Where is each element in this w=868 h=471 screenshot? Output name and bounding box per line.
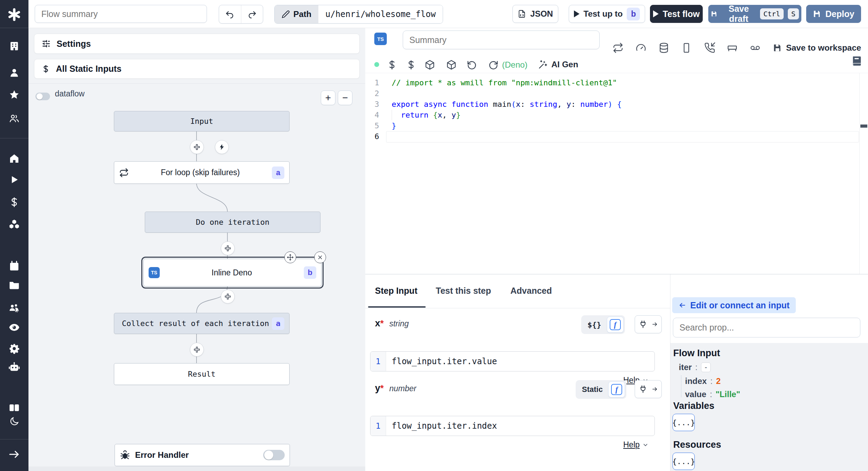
dollar-tool-icon[interactable]: [387, 60, 397, 70]
retry-icon[interactable]: [612, 42, 624, 53]
ai-gen-button[interactable]: AI Gen: [538, 60, 578, 69]
json-button[interactable]: JSON: [512, 5, 558, 23]
timeout-gauge-icon[interactable]: [635, 42, 646, 53]
graph-canvas: dataflow + − Input For loop (skip failu: [28, 83, 365, 471]
node-forloop[interactable]: For loop (skip failures) a: [114, 161, 290, 184]
deploy-button[interactable]: Deploy: [806, 5, 861, 23]
step-summary-input[interactable]: [403, 31, 600, 49]
y-input-mode-toggle[interactable]: Static f: [576, 380, 626, 399]
edit-or-connect-button[interactable]: Edit or connect an input: [672, 297, 796, 313]
settings-gear-icon[interactable]: [8, 343, 20, 354]
test-up-to-button[interactable]: Test up to b: [569, 5, 645, 23]
kbd-ctrl: Ctrl: [760, 8, 784, 19]
tab-advanced[interactable]: Advanced: [510, 286, 552, 296]
suspend-phone-icon[interactable]: [704, 42, 715, 53]
x-input-mode-toggle[interactable]: ${} f: [581, 315, 625, 334]
resources-object-button[interactable]: {...}: [673, 453, 695, 470]
flow-summary-input[interactable]: [35, 5, 207, 23]
docs-book-icon[interactable]: [8, 402, 20, 414]
windmill-logo-icon[interactable]: [7, 7, 22, 22]
add-step-button[interactable]: [190, 140, 204, 154]
save-to-workspace-button[interactable]: Save to workspace: [773, 43, 861, 53]
user-icon[interactable]: [8, 67, 20, 79]
add-step-button[interactable]: [221, 290, 235, 303]
move-step-button[interactable]: [284, 251, 296, 263]
schedules-calendar-icon[interactable]: [8, 260, 20, 272]
redo-button[interactable]: [241, 5, 263, 23]
mock-icon[interactable]: [681, 42, 692, 53]
workspace-icon[interactable]: [8, 40, 20, 52]
early-stop-voicemail-icon[interactable]: [750, 42, 761, 53]
delete-step-button[interactable]: [314, 251, 326, 263]
mode-javascript-option[interactable]: f: [607, 317, 624, 333]
x-connect-input-button[interactable]: [635, 315, 662, 333]
flow-graph-panel: Settings All Static Inputs dataflow + −: [28, 28, 366, 471]
expand-arrow-icon[interactable]: [8, 448, 20, 460]
sleep-bed-icon[interactable]: [727, 42, 738, 53]
tree-key[interactable]: iter: [679, 362, 692, 372]
play-icon: [653, 10, 659, 17]
runtime-selector[interactable]: (Deno): [488, 60, 527, 70]
sidebar-divider: [0, 138, 28, 138]
package-icon[interactable]: [446, 60, 457, 70]
x-expression-editor[interactable]: 1 flow_input.iter.value: [370, 351, 655, 371]
undo-button[interactable]: [219, 5, 241, 23]
y-connect-input-button[interactable]: [635, 380, 662, 398]
y-expression-value[interactable]: flow_input.iter.index: [386, 416, 654, 436]
path-field[interactable]: Path u/henri/wholesome_flow: [274, 5, 443, 24]
plus-icon: [224, 245, 231, 252]
node-do-one-iteration[interactable]: Do one iteration: [145, 212, 320, 233]
path-value[interactable]: u/henri/wholesome_flow: [318, 5, 443, 23]
audit-eye-icon[interactable]: [8, 322, 20, 333]
workers-group-icon[interactable]: [8, 302, 20, 314]
code-editor[interactable]: 123456 // import * as wmill from "npm:wi…: [365, 73, 868, 274]
tree-value[interactable]: "Lille": [716, 389, 740, 399]
cache-database-icon[interactable]: [658, 42, 669, 53]
y-expression-editor[interactable]: 1 flow_input.iter.index: [370, 416, 655, 436]
collapse-button[interactable]: -: [701, 362, 711, 372]
node-result[interactable]: Result: [114, 363, 290, 385]
package-icon[interactable]: [425, 60, 435, 70]
tree-value[interactable]: 2: [716, 376, 720, 386]
add-step-button[interactable]: [221, 241, 235, 255]
dark-mode-moon-icon[interactable]: [8, 416, 20, 427]
test-flow-button[interactable]: Test flow: [650, 5, 703, 23]
add-trigger-button[interactable]: [215, 140, 229, 154]
error-handler-toggle[interactable]: [263, 450, 285, 460]
runs-play-icon[interactable]: [8, 174, 20, 186]
mode-javascript-option[interactable]: f: [608, 382, 625, 397]
node-collect-result[interactable]: Collect result of each iteration a: [114, 313, 290, 334]
ai-robot-icon[interactable]: [8, 361, 20, 373]
tree-key[interactable]: index: [685, 376, 707, 386]
tree-row-value[interactable]: value : "Lille": [685, 389, 740, 399]
variables-dollar-icon[interactable]: [8, 196, 20, 208]
docs-book-icon[interactable]: [851, 55, 862, 67]
flow-settings-button[interactable]: Settings: [34, 34, 360, 54]
tree-key[interactable]: value: [685, 389, 706, 399]
add-step-button[interactable]: [190, 343, 204, 357]
sidebar-divider: [0, 439, 28, 439]
tab-test-this-step[interactable]: Test this step: [436, 286, 491, 296]
tab-step-input[interactable]: Step Input: [375, 286, 417, 296]
save-draft-button[interactable]: Save draft Ctrl S: [708, 5, 801, 23]
favorites-star-icon[interactable]: [8, 89, 20, 101]
reset-rotate-ccw-icon[interactable]: [467, 60, 477, 70]
x-expression-value[interactable]: flow_input.iter.value: [386, 352, 654, 371]
tree-row-iter[interactable]: iter : -: [679, 362, 711, 372]
groups-icon[interactable]: [8, 112, 20, 124]
resources-boxes-icon[interactable]: [8, 218, 20, 230]
tree-row-index[interactable]: index : 2: [685, 376, 721, 386]
folders-icon[interactable]: [8, 279, 20, 291]
editor-code: // import * as wmill from "npm:windmill-…: [392, 77, 840, 142]
mode-template-option[interactable]: ${}: [583, 320, 606, 329]
node-input[interactable]: Input: [114, 111, 290, 131]
error-handler-card[interactable]: Error Handler: [115, 444, 290, 466]
mode-static-option[interactable]: Static: [577, 385, 608, 394]
dollar-tool-icon[interactable]: [406, 60, 416, 70]
y-help-link[interactable]: Help: [623, 440, 649, 449]
variables-object-button[interactable]: {...}: [673, 414, 695, 431]
search-prop-input[interactable]: [673, 318, 860, 337]
all-static-inputs-button[interactable]: All Static Inputs: [34, 59, 360, 79]
home-icon[interactable]: [8, 153, 20, 164]
node-inline-deno-selected[interactable]: TS Inline Deno b: [143, 259, 322, 286]
